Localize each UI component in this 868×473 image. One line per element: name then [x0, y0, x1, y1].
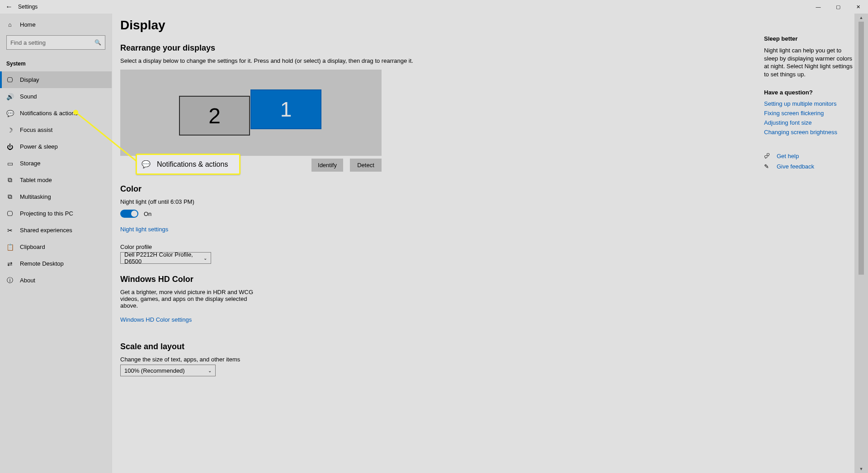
back-button[interactable]: ←: [0, 3, 18, 11]
sidebar-item-clipboard[interactable]: 📋 Clipboard: [0, 239, 112, 255]
sidebar-item-notifications[interactable]: 💬 Notifications & actions: [0, 105, 112, 122]
identify-button[interactable]: Identify: [311, 159, 343, 172]
sidebar-item-power-sleep[interactable]: ⏻ Power & sleep: [0, 138, 112, 155]
chat-icon: 💬: [6, 110, 14, 117]
sidebar-item-label: Multitasking: [20, 193, 51, 200]
info-icon: ⓘ: [6, 276, 14, 285]
app-title: Settings: [18, 4, 38, 10]
help-link-brightness[interactable]: Changing screen brightness: [764, 129, 854, 136]
hd-color-settings-link[interactable]: Windows HD Color settings: [120, 316, 192, 323]
search-icon: 🔍: [94, 39, 101, 46]
monitor-2[interactable]: 2: [179, 96, 250, 136]
main-content: Display Rearrange your displays Select a…: [112, 14, 582, 473]
rearrange-description: Select a display below to change the set…: [120, 57, 428, 64]
scrollbar-thumb[interactable]: [859, 22, 864, 275]
home-label: Home: [20, 21, 36, 28]
have-question-heading: Have a question?: [764, 89, 854, 96]
sidebar-item-label: Tablet mode: [20, 177, 52, 183]
sidebar-item-label: Remote Desktop: [20, 260, 64, 267]
home-icon: ⌂: [6, 21, 14, 28]
remote-icon: ⇄: [6, 260, 14, 267]
chevron-down-icon: ⌄: [203, 256, 207, 261]
rearrange-heading: Rearrange your displays: [120, 43, 582, 53]
help-link-multiple-monitors[interactable]: Setting up multiple monitors: [764, 100, 854, 107]
hd-color-description: Get a brighter, more vivid picture in HD…: [120, 289, 265, 309]
sidebar-item-label: Power & sleep: [20, 143, 58, 150]
sidebar-item-label: About: [20, 277, 35, 284]
sidebar-item-sound[interactable]: 🔊 Sound: [0, 88, 112, 105]
sound-icon: 🔊: [6, 93, 14, 100]
sidebar-item-projecting[interactable]: 🖵 Projecting to this PC: [0, 205, 112, 222]
color-profile-label: Color profile: [120, 244, 428, 250]
color-heading: Color: [120, 184, 582, 194]
display-arrange-area[interactable]: 2 1: [120, 70, 382, 156]
sidebar-item-label: Sound: [20, 93, 37, 100]
toggle-state: On: [144, 211, 151, 217]
help-link-screen-flickering[interactable]: Fixing screen flickering: [764, 110, 854, 117]
titlebar: ← Settings — ▢ ✕: [0, 0, 868, 14]
scale-heading: Scale and layout: [120, 342, 582, 351]
scale-select[interactable]: 100% (Recommended) ⌄: [120, 365, 216, 376]
scroll-up-arrow-icon[interactable]: ▲: [854, 14, 868, 22]
tablet-icon: ⧉: [6, 176, 14, 184]
sidebar-item-label: Display: [20, 76, 39, 83]
sidebar-item-focus-assist[interactable]: ☽ Focus assist: [0, 122, 112, 138]
toggle-knob: [131, 211, 137, 217]
scroll-down-arrow-icon[interactable]: ▼: [854, 465, 868, 473]
sleep-better-text: Night light can help you get to sleep by…: [764, 47, 854, 78]
page-title: Display: [120, 18, 582, 33]
sidebar-item-remote-desktop[interactable]: ⇄ Remote Desktop: [0, 255, 112, 272]
sleep-better-heading: Sleep better: [764, 35, 854, 42]
scale-value: 100% (Recommended): [124, 367, 185, 374]
color-profile-select[interactable]: Dell P2212H Color Profile, D6500 ⌄: [120, 252, 211, 264]
sidebar-item-label: Projecting to this PC: [20, 210, 73, 217]
color-profile-value: Dell P2212H Color Profile, D6500: [124, 251, 203, 265]
multitasking-icon: ⧉: [6, 193, 14, 201]
maximize-button[interactable]: ▢: [828, 0, 848, 14]
scrollbar[interactable]: ▲ ▼: [854, 14, 868, 473]
sidebar-item-shared-experiences[interactable]: ✂ Shared experiences: [0, 222, 112, 239]
night-light-settings-link[interactable]: Night light settings: [120, 226, 168, 233]
night-light-toggle[interactable]: [120, 210, 138, 218]
detect-button[interactable]: Detect: [350, 159, 382, 172]
shared-icon: ✂: [6, 227, 14, 234]
night-light-label: Night light (off until 6:03 PM): [120, 198, 428, 205]
close-button[interactable]: ✕: [848, 0, 868, 14]
feedback-icon: ✎: [764, 163, 771, 170]
give-feedback-link: Give feedback: [777, 163, 814, 170]
give-feedback-row[interactable]: ✎ Give feedback: [764, 163, 854, 170]
sidebar-item-label: Notifications & actions: [20, 110, 78, 117]
sidebar-item-display[interactable]: 🖵 Display: [0, 71, 112, 88]
help-link-font-size[interactable]: Adjusting font size: [764, 119, 854, 126]
projecting-icon: 🖵: [6, 210, 14, 217]
chevron-down-icon: ⌄: [208, 368, 212, 373]
sidebar-item-storage[interactable]: ▭ Storage: [0, 155, 112, 172]
display-icon: 🖵: [6, 76, 14, 84]
sidebar-item-label: Storage: [20, 160, 41, 167]
scale-description: Change the size of text, apps, and other…: [120, 356, 428, 363]
right-pane: Sleep better Night light can help you ge…: [764, 35, 854, 173]
search-box[interactable]: 🔍: [6, 35, 105, 50]
moon-icon: ☽: [6, 126, 14, 134]
power-icon: ⏻: [6, 143, 14, 150]
storage-icon: ▭: [6, 160, 14, 167]
sidebar-item-label: Shared experiences: [20, 227, 72, 234]
sidebar-item-about[interactable]: ⓘ About: [0, 272, 112, 289]
sidebar-item-tablet-mode[interactable]: ⧉ Tablet mode: [0, 172, 112, 188]
minimize-button[interactable]: —: [808, 0, 828, 14]
get-help-row[interactable]: 🗪 Get help: [764, 153, 854, 159]
get-help-link: Get help: [777, 153, 799, 159]
sidebar-home[interactable]: ⌂ Home: [0, 14, 112, 35]
sidebar: ⌂ Home 🔍 System 🖵 Display 🔊 Sound 💬 Noti…: [0, 14, 112, 473]
clipboard-icon: 📋: [6, 244, 14, 251]
sidebar-item-label: Focus assist: [20, 126, 52, 133]
sidebar-item-label: Clipboard: [20, 244, 45, 250]
sidebar-item-multitasking[interactable]: ⧉ Multitasking: [0, 188, 112, 205]
monitor-1[interactable]: 1: [250, 89, 321, 129]
search-input[interactable]: [10, 39, 94, 46]
help-icon: 🗪: [764, 153, 771, 159]
sidebar-group: System: [0, 54, 112, 71]
hd-color-heading: Windows HD Color: [120, 275, 582, 284]
